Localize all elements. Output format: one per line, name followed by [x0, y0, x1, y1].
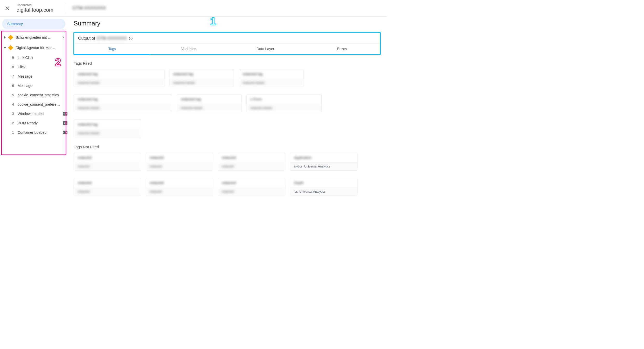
- tag-card-title: n Form: [247, 95, 321, 104]
- event-number: 3: [10, 112, 14, 116]
- api-badge-icon: </>: [63, 112, 67, 116]
- tag-card-subtitle: ics: Universal Analytics: [290, 187, 357, 196]
- caret-right-icon: [4, 36, 6, 39]
- sidebar-event-item[interactable]: 6Message: [0, 81, 67, 90]
- tag-card-title: redacted: [218, 178, 285, 187]
- caret-down-icon: [4, 46, 6, 49]
- tag-card-subtitle: redacted: [146, 187, 213, 196]
- tag-card-subtitle: redacted: [218, 162, 285, 170]
- sidebar-event-item[interactable]: 2DOM Ready</>: [0, 118, 67, 128]
- tab-tags[interactable]: Tags: [74, 44, 150, 55]
- tag-card-title: redacted: [74, 153, 141, 162]
- tag-card-title: redacted tag: [74, 120, 141, 129]
- event-name: DOM Ready: [18, 121, 61, 125]
- api-badge-icon: </>: [63, 121, 67, 125]
- tag-card-subtitle: redacted details: [239, 79, 303, 87]
- event-number: 1: [10, 130, 14, 135]
- tag-card-subtitle: redacted: [74, 162, 141, 170]
- container-id: GTM-XXXXXXX: [72, 5, 106, 11]
- sidebar-page-label: Schwierigkeiten mit …: [16, 35, 60, 39]
- event-name: Message: [18, 84, 67, 88]
- sidebar-event-item[interactable]: 4cookie_consent_prefere…: [0, 100, 67, 109]
- sidebar-summary-label: Summary: [7, 22, 23, 26]
- tag-card-title: redacted tag: [74, 95, 172, 104]
- sidebar-event-item[interactable]: 7Message: [0, 72, 67, 81]
- tag-card[interactable]: redacted tagredacted details: [74, 69, 164, 87]
- tag-card[interactable]: redactedredacted: [218, 153, 285, 171]
- event-number: 8: [10, 65, 14, 69]
- tag-card-title: redacted tag: [177, 95, 241, 104]
- event-number: 9: [10, 56, 14, 60]
- event-name: cookie_consent_statistics: [18, 93, 67, 97]
- sidebar-event-list: 9Link Click8Click7Message6Message5cookie…: [0, 53, 67, 137]
- tab-variables[interactable]: Variables: [150, 44, 227, 55]
- tag-card[interactable]: redacted tagredacted details: [74, 119, 141, 137]
- sidebar-page-1[interactable]: Digital Agentur für Mar…: [0, 43, 67, 53]
- sidebar-event-item[interactable]: 8Click: [0, 62, 67, 72]
- tag-card-subtitle: redacted details: [177, 104, 241, 112]
- fired-row: redacted tagredacted detailsredacted tag…: [74, 69, 380, 87]
- api-badge-icon: </>: [63, 131, 67, 134]
- tag-card[interactable]: n Formredacted details: [246, 94, 322, 112]
- event-number: 5: [10, 93, 14, 97]
- section-not-fired-title: Tags Not Fired: [74, 145, 380, 149]
- sidebar: Summary Schwierigkeiten mit … 7 Digital …: [0, 17, 67, 209]
- tag-card-title: redacted: [146, 153, 213, 162]
- tag-card[interactable]: redacted tagredacted details: [239, 69, 303, 87]
- header-divider: [66, 3, 66, 14]
- event-name: Message: [18, 74, 67, 78]
- event-name: Link Click: [18, 56, 67, 60]
- main-panel: Summary Output of GTM-XXXXXXX ? Tags Var…: [67, 17, 387, 209]
- sidebar-event-item[interactable]: 1Container Loaded</>: [0, 128, 67, 137]
- tag-card[interactable]: redactedredacted: [74, 153, 141, 171]
- connection-status: Connected: [17, 3, 53, 7]
- sidebar-summary-pill[interactable]: Summary: [2, 19, 65, 29]
- help-icon[interactable]: ?: [129, 36, 133, 41]
- not-fired-row: redactedredactedredactedredactedredacted…: [74, 153, 380, 171]
- event-number: 7: [10, 74, 14, 78]
- tag-card-title: Depth: [290, 178, 357, 187]
- tab-errors[interactable]: Errors: [304, 44, 380, 55]
- event-name: Container Loaded: [18, 130, 61, 135]
- output-label: Output of: [78, 36, 95, 41]
- fired-row: redacted tagredacted details: [74, 119, 380, 137]
- event-number: 2: [10, 121, 14, 125]
- tag-card[interactable]: redacted tagredacted details: [169, 69, 234, 87]
- tag-card[interactable]: redacted tagredacted details: [177, 94, 242, 112]
- tab-datalayer[interactable]: Data Layer: [227, 44, 304, 55]
- output-header: Output of GTM-XXXXXXX ?: [74, 32, 380, 43]
- page-title: Summary: [74, 20, 380, 27]
- page-icon: [8, 45, 13, 50]
- tag-card-subtitle: redacted details: [74, 79, 164, 87]
- sidebar-page-0[interactable]: Schwierigkeiten mit … 7: [0, 32, 67, 43]
- tag-card[interactable]: Depthics: Universal Analytics: [290, 178, 357, 196]
- tag-card[interactable]: redactedredacted: [218, 178, 285, 196]
- tag-card-subtitle: redacted details: [74, 129, 141, 137]
- connection-domain: digital-loop.com: [17, 7, 53, 13]
- tag-card[interactable]: Applicationalytics: Universal Analytics: [290, 153, 357, 171]
- connection-info: Connected digital-loop.com: [17, 3, 53, 13]
- tag-card[interactable]: redacted tagredacted details: [74, 94, 172, 112]
- sidebar-event-item[interactable]: 3Window Loaded</>: [0, 109, 67, 118]
- sidebar-page-count: 7: [62, 35, 64, 39]
- tag-card[interactable]: redactedredacted: [74, 178, 141, 196]
- app-header: Connected digital-loop.com GTM-XXXXXXX: [0, 0, 387, 17]
- event-name: cookie_consent_prefere…: [18, 102, 67, 106]
- tag-card-title: Application: [290, 153, 357, 162]
- tag-card-subtitle: alytics: Universal Analytics: [290, 162, 357, 170]
- sidebar-event-item[interactable]: 9Link Click: [0, 53, 67, 62]
- tag-card[interactable]: redactedredacted: [146, 153, 213, 171]
- tag-card-subtitle: redacted: [74, 187, 141, 196]
- tag-card-subtitle: redacted details: [247, 104, 321, 112]
- not-fired-row: redactedredactedredactedredactedredacted…: [74, 178, 380, 196]
- event-number: 4: [10, 102, 14, 106]
- output-container-id: GTM-XXXXXXX: [97, 36, 127, 41]
- tag-card[interactable]: redactedredacted: [146, 178, 213, 196]
- sidebar-event-item[interactable]: 5cookie_consent_statistics: [0, 90, 67, 100]
- fired-row: redacted tagredacted detailsredacted tag…: [74, 94, 380, 112]
- close-icon[interactable]: [4, 5, 10, 11]
- tag-card-title: redacted: [218, 153, 285, 162]
- output-tabs: Tags Variables Data Layer Errors: [74, 43, 380, 55]
- sidebar-page-label: Digital Agentur für Mar…: [16, 46, 64, 50]
- svg-text:?: ?: [130, 37, 131, 40]
